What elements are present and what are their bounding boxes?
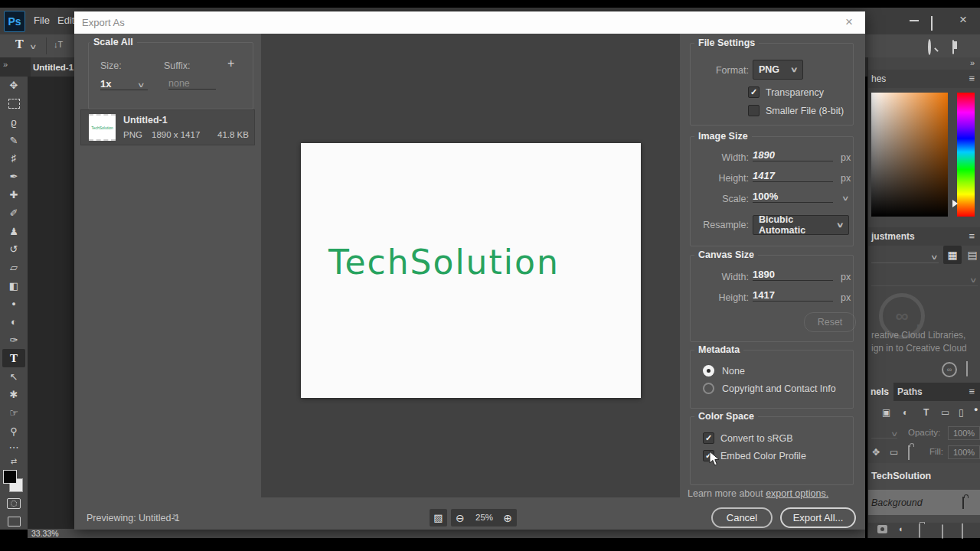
type-tool[interactable]: T [2, 349, 25, 367]
folder-icon [919, 523, 920, 538]
workspace-switcher-button[interactable] [952, 41, 954, 54]
opacity-value[interactable]: 100% [948, 426, 980, 440]
lock-move-icon[interactable]: ✥ [872, 447, 880, 458]
menu-file[interactable]: File [34, 15, 50, 26]
blend-mode-dropdown[interactable]: ∨ [871, 428, 897, 439]
clone-stamp-tool[interactable]: ♟ [0, 222, 28, 240]
chevron-down-icon[interactable]: ∨ [29, 43, 38, 51]
cancel-button[interactable]: Cancel [711, 507, 773, 528]
eyedropper-tool[interactable]: ✒ [0, 168, 28, 186]
filter-image-icon[interactable]: ▣ [882, 407, 890, 418]
swap-colors-button[interactable]: ⇄ [0, 454, 28, 468]
panel-collapse-icon[interactable]: » [970, 58, 975, 67]
workspace-search-button[interactable] [928, 41, 931, 54]
zoom-out-button[interactable]: ⊖ [456, 512, 465, 524]
letterbox-bottom [0, 538, 980, 551]
minimize-button[interactable] [910, 20, 919, 21]
shape-tool[interactable]: ✱ [0, 386, 28, 404]
menu-edit[interactable]: Edit [57, 15, 74, 26]
hue-slider[interactable] [957, 93, 975, 217]
toolbar-collapse-icon[interactable]: » [3, 60, 8, 69]
toolbar: ✥ ϱ ✎ ♯ ✒ ✚ ✐ ♟ ↺ ▱ ◧ ● ◐ ✑ T ↖ ✱ ☞ ⚲ ⋯ … [0, 77, 28, 530]
libraries-search-dropdown[interactable]: ∨ [871, 273, 978, 286]
new-group-button[interactable] [919, 524, 920, 538]
lock-frame-icon[interactable]: ▭ [890, 447, 898, 458]
zoom-level-value[interactable]: 25% [475, 513, 493, 522]
pen-tool[interactable]: ✑ [0, 331, 28, 350]
fit-to-screen-button[interactable]: ▨ [430, 509, 447, 527]
letterbox-top [0, 0, 980, 8]
export-options-link[interactable]: export options. [766, 488, 828, 499]
layer-row-background[interactable]: Background [868, 490, 980, 515]
thumbnail-text: TechSolution [91, 126, 113, 130]
zoom-in-button[interactable]: ⊕ [503, 512, 512, 524]
lasso-tool[interactable]: ϱ [0, 113, 28, 132]
fill-value[interactable]: 100% [948, 445, 980, 459]
screen-mode-button[interactable] [0, 513, 28, 530]
layer-row-techsolution[interactable]: TechSolution [868, 463, 980, 488]
cc-sync-button[interactable]: ∞ [942, 362, 957, 377]
brush-tool[interactable]: ✐ [0, 204, 28, 222]
swatches-panel-header[interactable]: hes ≡ [868, 70, 980, 88]
grid-view-button[interactable]: ▦ [943, 246, 962, 264]
status-zoom-level[interactable]: 33.33% [31, 529, 59, 538]
quick-mask-button[interactable] [0, 495, 28, 514]
filter-smartobject-icon[interactable]: ▯ [959, 407, 964, 418]
history-brush-tool[interactable]: ↺ [0, 240, 28, 259]
file-format: PNG [123, 130, 142, 139]
history-brush-icon: ↺ [10, 243, 18, 255]
layer-name: Background [871, 497, 923, 508]
quick-selection-tool[interactable]: ✎ [0, 131, 28, 149]
chevron-down-icon: ∨ [969, 276, 978, 284]
crop-tool[interactable]: ♯ [0, 149, 28, 168]
delete-layer-button[interactable] [962, 525, 963, 539]
zoom-tool[interactable]: ⚲ [0, 422, 28, 441]
swap-colors-icon: ⇄ [11, 457, 17, 465]
new-adjustment-button[interactable]: ◐ [899, 524, 904, 533]
adjustments-panel-header[interactable]: justments ≡ [868, 227, 980, 246]
restore-button[interactable] [931, 17, 933, 31]
edit-toolbar-button[interactable]: ⋯ [0, 440, 28, 454]
libraries-delete-button[interactable] [966, 363, 968, 377]
screen-mode-icon [8, 517, 21, 527]
healing-brush-tool[interactable]: ✚ [0, 186, 28, 204]
type-tool-options-icon[interactable]: T [15, 37, 24, 51]
export-all-button[interactable]: Export All... [780, 507, 856, 528]
filter-adjustment-icon[interactable]: ◐ [903, 407, 908, 418]
hand-tool[interactable]: ☞ [0, 404, 28, 422]
panel-menu-icon[interactable]: ≡ [969, 230, 975, 242]
hue-slider-marker[interactable] [952, 200, 958, 207]
eraser-tool[interactable]: ▱ [0, 259, 28, 277]
panel-menu-icon[interactable]: ≡ [969, 73, 975, 84]
vertical-type-icon[interactable]: ↓T [54, 40, 63, 49]
move-tool[interactable]: ✥ [0, 77, 28, 95]
add-mask-button[interactable] [877, 525, 887, 533]
list-view-button[interactable]: ▤ [965, 246, 980, 264]
color-field[interactable] [871, 93, 948, 217]
foreground-color-swatch[interactable] [3, 470, 17, 484]
export-file-item[interactable]: TechSolution Untitled-1 PNG 1890 x 1417 … [80, 109, 255, 145]
dodge-tool[interactable]: ◐ [0, 313, 28, 331]
filter-type-icon[interactable]: T [923, 407, 929, 418]
filter-pin-icon[interactable]: ● [974, 406, 978, 413]
path-selection-tool[interactable]: ↖ [0, 367, 28, 386]
channels-tab-fragment[interactable]: nels [868, 383, 893, 401]
paths-tab[interactable]: Paths [897, 386, 923, 397]
lock-all-icon[interactable] [908, 446, 910, 460]
close-window-button[interactable]: × [956, 11, 971, 29]
blur-tool[interactable]: ● [0, 295, 28, 313]
quick-selection-icon: ✎ [10, 135, 18, 146]
clone-stamp-icon: ♟ [9, 226, 18, 237]
gradient-tool[interactable]: ◧ [0, 276, 28, 295]
new-layer-button[interactable] [942, 525, 943, 539]
marquee-tool[interactable] [0, 95, 28, 113]
filter-shape-icon[interactable]: ▭ [941, 407, 949, 418]
type-icon: T [10, 352, 18, 365]
libraries-filter-dropdown[interactable]: ∨ [871, 250, 939, 263]
color-swatches[interactable] [2, 469, 25, 495]
panel-menu-icon[interactable]: ≡ [969, 386, 975, 397]
dialog-close-button[interactable]: × [841, 14, 858, 31]
preview-canvas[interactable]: TechSolution [301, 143, 641, 398]
dialog-title-bar[interactable]: Export As × [74, 11, 865, 34]
document-tab[interactable]: Untitled-1 [31, 57, 77, 77]
